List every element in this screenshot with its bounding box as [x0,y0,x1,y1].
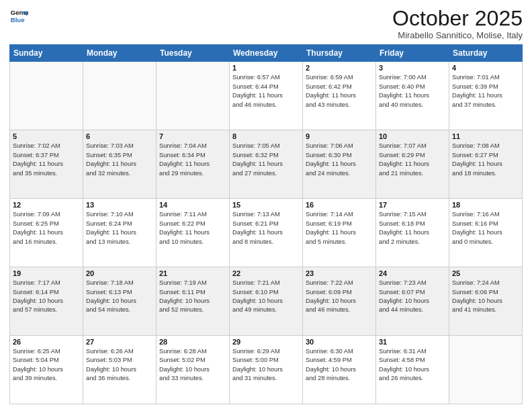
svg-text:Blue: Blue [11,16,25,24]
calendar-cell-4-3: 29Sunrise: 6:29 AM Sunset: 5:00 PM Dayli… [230,336,303,404]
day-number: 19 [13,269,80,277]
day-number: 1 [232,64,300,72]
day-number: 28 [159,338,226,346]
weekday-header-sunday: Sunday [10,45,83,62]
calendar-cell-4-2: 28Sunrise: 6:28 AM Sunset: 5:02 PM Dayli… [157,336,230,404]
calendar-cell-3-3: 22Sunrise: 7:21 AM Sunset: 6:10 PM Dayli… [230,267,303,336]
day-info: Sunrise: 7:13 AM Sunset: 6:21 PM Dayligh… [232,210,300,246]
calendar-cell-2-5: 17Sunrise: 7:15 AM Sunset: 6:18 PM Dayli… [376,199,449,267]
calendar-cell-4-6 [449,336,523,404]
day-number: 4 [452,64,519,72]
day-number: 2 [306,64,373,72]
day-number: 23 [306,269,373,277]
header: General Blue October 2025 Mirabello Sann… [9,7,523,40]
weekday-header-thursday: Thursday [303,45,376,62]
day-info: Sunrise: 7:18 AM Sunset: 6:13 PM Dayligh… [86,279,153,315]
calendar-cell-3-5: 24Sunrise: 7:23 AM Sunset: 6:07 PM Dayli… [376,267,449,336]
calendar-cell-0-6: 4Sunrise: 7:01 AM Sunset: 6:39 PM Daylig… [449,62,523,130]
calendar-cell-4-5: 31Sunrise: 6:31 AM Sunset: 4:58 PM Dayli… [376,336,449,404]
calendar-cell-0-5: 3Sunrise: 7:00 AM Sunset: 6:40 PM Daylig… [376,62,449,130]
weekday-header-monday: Monday [83,45,157,62]
day-info: Sunrise: 6:26 AM Sunset: 5:03 PM Dayligh… [86,347,153,383]
day-number: 31 [379,338,446,346]
day-number: 30 [306,338,373,346]
day-info: Sunrise: 7:22 AM Sunset: 6:09 PM Dayligh… [306,279,373,315]
day-info: Sunrise: 6:31 AM Sunset: 4:58 PM Dayligh… [379,347,446,383]
day-info: Sunrise: 6:30 AM Sunset: 4:59 PM Dayligh… [306,347,373,383]
day-info: Sunrise: 7:19 AM Sunset: 6:11 PM Dayligh… [159,279,226,315]
day-number: 29 [232,338,300,346]
weekday-header-tuesday: Tuesday [157,45,230,62]
calendar-cell-3-4: 23Sunrise: 7:22 AM Sunset: 6:09 PM Dayli… [303,267,376,336]
day-info: Sunrise: 6:28 AM Sunset: 5:02 PM Dayligh… [159,347,226,383]
day-info: Sunrise: 7:04 AM Sunset: 6:34 PM Dayligh… [159,142,226,178]
calendar-cell-2-2: 14Sunrise: 7:11 AM Sunset: 6:22 PM Dayli… [157,199,230,267]
calendar-cell-4-0: 26Sunrise: 6:25 AM Sunset: 5:04 PM Dayli… [10,336,83,404]
day-number: 15 [232,201,300,209]
calendar-cell-3-0: 19Sunrise: 7:17 AM Sunset: 6:14 PM Dayli… [10,267,83,336]
day-number: 11 [452,132,519,140]
calendar-week-row-1: 5Sunrise: 7:02 AM Sunset: 6:37 PM Daylig… [10,130,523,199]
weekday-header-friday: Friday [376,45,449,62]
day-info: Sunrise: 6:57 AM Sunset: 6:44 PM Dayligh… [232,73,300,109]
day-info: Sunrise: 7:21 AM Sunset: 6:10 PM Dayligh… [232,279,300,315]
day-number: 25 [452,269,519,277]
day-number: 10 [379,132,446,140]
calendar-cell-1-1: 6Sunrise: 7:03 AM Sunset: 6:35 PM Daylig… [83,130,157,199]
day-info: Sunrise: 7:14 AM Sunset: 6:19 PM Dayligh… [306,210,373,246]
day-info: Sunrise: 7:11 AM Sunset: 6:22 PM Dayligh… [159,210,226,246]
calendar-table: SundayMondayTuesdayWednesdayThursdayFrid… [9,44,523,404]
day-info: Sunrise: 7:23 AM Sunset: 6:07 PM Dayligh… [379,279,446,315]
calendar-cell-3-2: 21Sunrise: 7:19 AM Sunset: 6:11 PM Dayli… [157,267,230,336]
day-info: Sunrise: 7:10 AM Sunset: 6:24 PM Dayligh… [86,210,153,246]
day-number: 13 [86,201,153,209]
day-number: 5 [13,132,80,140]
weekday-header-wednesday: Wednesday [230,45,303,62]
day-info: Sunrise: 7:02 AM Sunset: 6:37 PM Dayligh… [13,142,80,178]
day-number: 20 [86,269,153,277]
day-info: Sunrise: 7:07 AM Sunset: 6:29 PM Dayligh… [379,142,446,178]
day-info: Sunrise: 6:29 AM Sunset: 5:00 PM Dayligh… [232,347,300,383]
day-number: 22 [232,269,300,277]
day-info: Sunrise: 7:15 AM Sunset: 6:18 PM Dayligh… [379,210,446,246]
day-info: Sunrise: 7:06 AM Sunset: 6:30 PM Dayligh… [306,142,373,178]
calendar-cell-3-1: 20Sunrise: 7:18 AM Sunset: 6:13 PM Dayli… [83,267,157,336]
logo-icon: General Blue [9,7,28,26]
title-block: October 2025 Mirabello Sannitico, Molise… [392,7,523,40]
calendar-week-row-2: 12Sunrise: 7:09 AM Sunset: 6:25 PM Dayli… [10,199,523,267]
calendar-week-row-0: 1Sunrise: 6:57 AM Sunset: 6:44 PM Daylig… [10,62,523,130]
day-number: 27 [86,338,153,346]
day-number: 9 [306,132,373,140]
calendar-cell-1-0: 5Sunrise: 7:02 AM Sunset: 6:37 PM Daylig… [10,130,83,199]
calendar-cell-3-6: 25Sunrise: 7:24 AM Sunset: 6:06 PM Dayli… [449,267,523,336]
day-number: 12 [13,201,80,209]
calendar-cell-1-5: 10Sunrise: 7:07 AM Sunset: 6:29 PM Dayli… [376,130,449,199]
day-number: 8 [232,132,300,140]
day-info: Sunrise: 7:00 AM Sunset: 6:40 PM Dayligh… [379,73,446,109]
calendar-cell-2-4: 16Sunrise: 7:14 AM Sunset: 6:19 PM Dayli… [303,199,376,267]
calendar-cell-2-3: 15Sunrise: 7:13 AM Sunset: 6:21 PM Dayli… [230,199,303,267]
calendar-cell-4-4: 30Sunrise: 6:30 AM Sunset: 4:59 PM Dayli… [303,336,376,404]
day-info: Sunrise: 7:08 AM Sunset: 6:27 PM Dayligh… [452,142,519,178]
day-info: Sunrise: 7:03 AM Sunset: 6:35 PM Dayligh… [86,142,153,178]
day-info: Sunrise: 7:01 AM Sunset: 6:39 PM Dayligh… [452,73,519,109]
calendar-cell-2-6: 18Sunrise: 7:16 AM Sunset: 6:16 PM Dayli… [449,199,523,267]
day-number: 7 [159,132,226,140]
day-info: Sunrise: 7:17 AM Sunset: 6:14 PM Dayligh… [13,279,80,315]
day-number: 26 [13,338,80,346]
day-info: Sunrise: 6:59 AM Sunset: 6:42 PM Dayligh… [306,73,373,109]
calendar-week-row-4: 26Sunrise: 6:25 AM Sunset: 5:04 PM Dayli… [10,336,523,404]
day-number: 21 [159,269,226,277]
logo: General Blue [9,7,28,26]
weekday-header-row: SundayMondayTuesdayWednesdayThursdayFrid… [10,45,523,62]
day-info: Sunrise: 6:25 AM Sunset: 5:04 PM Dayligh… [13,347,80,383]
calendar-cell-0-2 [157,62,230,130]
day-info: Sunrise: 7:16 AM Sunset: 6:16 PM Dayligh… [452,210,519,246]
calendar-week-row-3: 19Sunrise: 7:17 AM Sunset: 6:14 PM Dayli… [10,267,523,336]
day-info: Sunrise: 7:09 AM Sunset: 6:25 PM Dayligh… [13,210,80,246]
weekday-header-saturday: Saturday [449,45,523,62]
calendar-cell-0-4: 2Sunrise: 6:59 AM Sunset: 6:42 PM Daylig… [303,62,376,130]
calendar-cell-0-3: 1Sunrise: 6:57 AM Sunset: 6:44 PM Daylig… [230,62,303,130]
day-number: 18 [452,201,519,209]
calendar-cell-1-6: 11Sunrise: 7:08 AM Sunset: 6:27 PM Dayli… [449,130,523,199]
